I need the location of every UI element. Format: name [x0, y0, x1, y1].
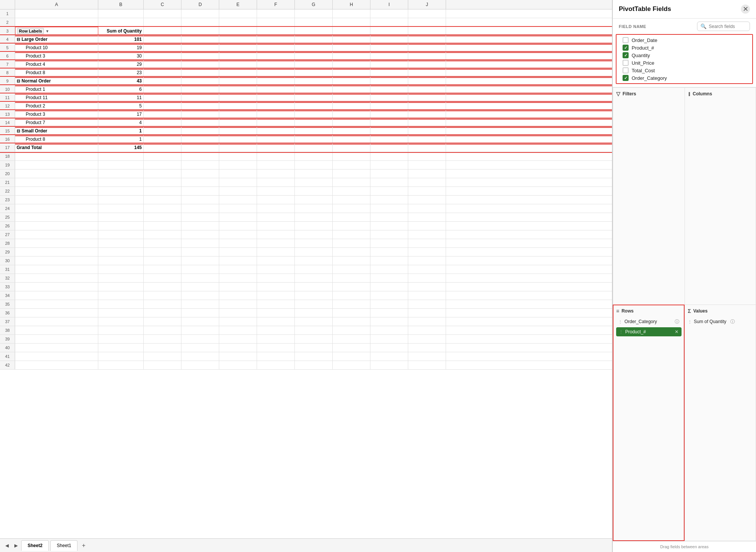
cell[interactable]: [15, 187, 98, 195]
cell[interactable]: [144, 187, 181, 195]
pivot-detail-value[interactable]: 6: [98, 85, 144, 93]
cell[interactable]: [370, 93, 408, 102]
cell[interactable]: [333, 274, 370, 282]
cell[interactable]: [181, 204, 219, 213]
field-item-order-category[interactable]: Order_Category: [617, 74, 752, 82]
cell[interactable]: [181, 152, 219, 160]
cell[interactable]: [333, 326, 370, 334]
cell[interactable]: [295, 344, 333, 352]
cell[interactable]: [370, 265, 408, 274]
field-item-quantity[interactable]: Quantity: [617, 51, 752, 59]
pivot-detail-value[interactable]: 29: [98, 60, 144, 68]
cell[interactable]: [144, 274, 181, 282]
cell[interactable]: [98, 187, 144, 195]
cell[interactable]: [333, 257, 370, 265]
cell[interactable]: [408, 93, 446, 102]
cell[interactable]: [257, 204, 295, 213]
cell[interactable]: [181, 222, 219, 230]
cell[interactable]: [408, 60, 446, 68]
cell[interactable]: [98, 361, 144, 369]
cell[interactable]: [408, 283, 446, 291]
cell[interactable]: [333, 135, 370, 143]
cell[interactable]: [144, 283, 181, 291]
pivot-detail-value[interactable]: 1: [98, 135, 144, 143]
cell[interactable]: [408, 135, 446, 143]
field-item-total-cost[interactable]: Total_Cost: [617, 67, 752, 74]
cell[interactable]: [144, 257, 181, 265]
cell[interactable]: [333, 77, 370, 85]
cell[interactable]: [98, 18, 144, 26]
cell[interactable]: [257, 110, 295, 118]
pivot-detail-label[interactable]: Product 3: [15, 52, 98, 60]
cell[interactable]: [15, 239, 98, 247]
cell[interactable]: [408, 309, 446, 317]
cell[interactable]: [333, 291, 370, 300]
cell[interactable]: [333, 204, 370, 213]
cell[interactable]: [257, 291, 295, 300]
cell[interactable]: [181, 127, 219, 135]
cell[interactable]: [15, 161, 98, 169]
cell[interactable]: [15, 283, 98, 291]
cell[interactable]: [98, 9, 144, 18]
pivot-group-value[interactable]: 1: [98, 127, 144, 135]
cell[interactable]: [98, 291, 144, 300]
cell[interactable]: [15, 169, 98, 178]
rows-item-chip-product-hash[interactable]: ⋮ Product_# ✕: [616, 327, 682, 336]
cell[interactable]: [181, 102, 219, 110]
cell[interactable]: [144, 93, 181, 102]
cell[interactable]: [408, 77, 446, 85]
cell[interactable]: [15, 204, 98, 213]
cell[interactable]: [370, 361, 408, 369]
cell[interactable]: [144, 326, 181, 334]
cell[interactable]: [370, 68, 408, 77]
cell[interactable]: [181, 230, 219, 239]
cell[interactable]: [257, 27, 295, 35]
cell[interactable]: [257, 152, 295, 160]
cell[interactable]: [144, 178, 181, 187]
cell[interactable]: [98, 152, 144, 160]
cell[interactable]: [181, 274, 219, 282]
cell[interactable]: [144, 361, 181, 369]
cell[interactable]: [219, 161, 257, 169]
cell[interactable]: [295, 326, 333, 334]
cell[interactable]: [144, 102, 181, 110]
cell[interactable]: [295, 161, 333, 169]
search-box[interactable]: 🔍: [697, 22, 750, 31]
cell[interactable]: [333, 335, 370, 343]
cell[interactable]: [408, 161, 446, 169]
cell[interactable]: [219, 326, 257, 334]
cell[interactable]: [295, 35, 333, 44]
cell[interactable]: [15, 178, 98, 187]
cell[interactable]: [257, 300, 295, 308]
cell[interactable]: [219, 283, 257, 291]
cell[interactable]: [295, 239, 333, 247]
pivot-detail-label[interactable]: Product 2: [15, 102, 98, 110]
cell[interactable]: [333, 230, 370, 239]
cell[interactable]: [408, 239, 446, 247]
cell[interactable]: [257, 283, 295, 291]
cell[interactable]: [333, 68, 370, 77]
cell[interactable]: [408, 274, 446, 282]
cell[interactable]: [333, 283, 370, 291]
cell[interactable]: [98, 326, 144, 334]
cell[interactable]: [370, 102, 408, 110]
cell[interactable]: [408, 326, 446, 334]
cell[interactable]: [257, 68, 295, 77]
cell[interactable]: [370, 169, 408, 178]
pivot-group-label[interactable]: ⊟Normal Order: [15, 77, 98, 85]
cell[interactable]: [295, 169, 333, 178]
cell[interactable]: [98, 248, 144, 256]
cell[interactable]: [333, 127, 370, 135]
cell[interactable]: [144, 143, 181, 152]
cell[interactable]: [333, 110, 370, 118]
cell[interactable]: [219, 204, 257, 213]
cell[interactable]: [408, 118, 446, 127]
cell[interactable]: [219, 135, 257, 143]
field-item-product-hash[interactable]: Product_#: [617, 44, 752, 51]
cell[interactable]: [144, 110, 181, 118]
cell[interactable]: [295, 300, 333, 308]
cell[interactable]: [333, 248, 370, 256]
cell[interactable]: [181, 344, 219, 352]
cell[interactable]: [219, 60, 257, 68]
cell[interactable]: [370, 344, 408, 352]
